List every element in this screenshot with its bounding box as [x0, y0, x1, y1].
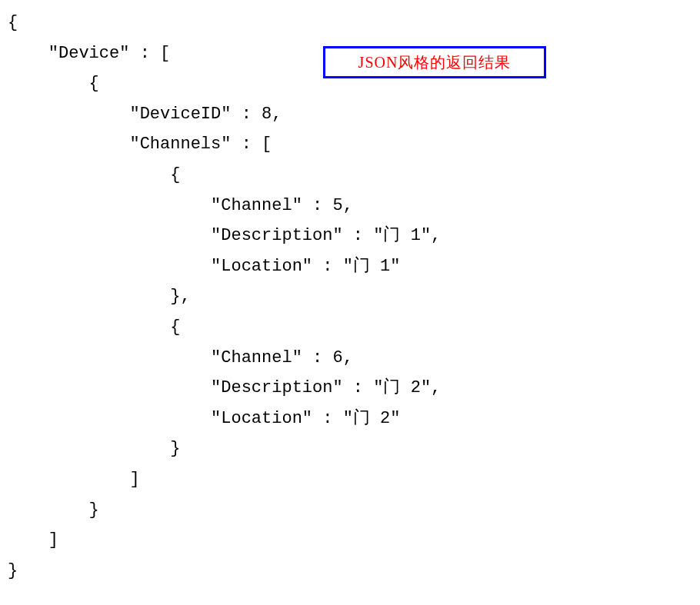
- code-line: "Location" : "门 2": [8, 409, 400, 428]
- code-line: "DeviceID" : 8,: [8, 105, 282, 124]
- code-line: }: [8, 561, 18, 580]
- code-line: }: [8, 439, 180, 458]
- annotation-callout: JSON风格的返回结果: [323, 46, 546, 78]
- json-code-block: { "Device" : [ { "DeviceID" : 8, "Channe…: [8, 8, 692, 586]
- code-line: ]: [8, 530, 58, 550]
- code-line: "Channels" : [: [8, 135, 272, 154]
- code-line: "Location" : "门 1": [8, 257, 400, 276]
- code-line: {: [8, 74, 99, 93]
- code-line: },: [8, 287, 191, 306]
- code-line: {: [8, 165, 180, 184]
- annotation-label: JSON风格的返回结果: [358, 48, 512, 76]
- code-line: {: [8, 317, 180, 337]
- code-line: ]: [8, 470, 140, 489]
- code-line: }: [8, 500, 99, 520]
- code-line: "Device" : [: [8, 44, 170, 63]
- code-line: {: [8, 13, 18, 32]
- code-line: "Description" : "门 2",: [8, 378, 441, 397]
- code-line: "Channel" : 6,: [8, 348, 353, 367]
- code-line: "Channel" : 5,: [8, 196, 353, 215]
- code-line: "Description" : "门 1",: [8, 226, 441, 245]
